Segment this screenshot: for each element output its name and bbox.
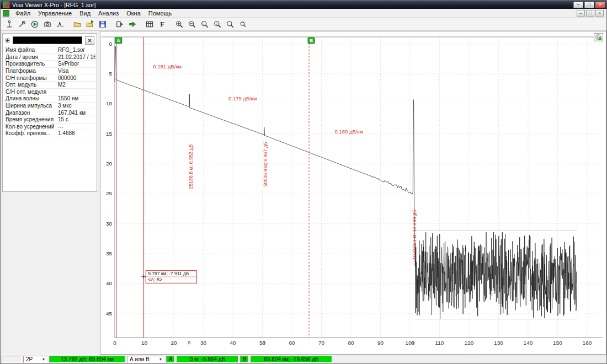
property-value: 21.02.2017 / 16:28 <box>56 53 96 61</box>
toolbar-zoom-width-icon[interactable]: ↔ <box>199 19 211 30</box>
svg-text:70: 70 <box>318 340 325 346</box>
property-label: Опт. модуль <box>4 81 56 88</box>
menu-файл[interactable]: Файл <box>12 10 34 17</box>
svg-text:F: F <box>160 20 164 28</box>
menu-вид[interactable]: Вид <box>76 10 94 17</box>
svg-text:150: 150 <box>553 340 562 346</box>
svg-text:↔: ↔ <box>202 22 206 25</box>
property-row: Имя файлаRFG_1.sor <box>4 47 95 53</box>
toolbar-zoom-in-icon[interactable] <box>173 19 185 30</box>
toolbar-export-icon[interactable] <box>114 19 126 30</box>
svg-text:5: 5 <box>109 71 112 77</box>
toolbar-arrow-right-icon[interactable] <box>126 19 139 30</box>
svg-text:15: 15 <box>106 131 113 137</box>
marker-a-readout: 0 м; -5.864 дБ <box>177 356 238 363</box>
svg-text:10: 10 <box>106 100 113 106</box>
toolbar-zoom-out-icon[interactable] <box>186 19 198 30</box>
measure-mode-select[interactable]: 2P ▾ <box>23 356 47 363</box>
menu-items: ФайлУправлениеВидАнализОкнаПомощь <box>12 9 175 17</box>
property-row: Коэфф. прелом...1.4688 <box>4 130 95 137</box>
chart-area[interactable]: 0102030405060708090100110120130140150160… <box>100 31 606 355</box>
svg-text:A: A <box>117 38 120 43</box>
menu-управление[interactable]: Управление <box>34 10 76 17</box>
window-title: Visa Viewer X-Pro - [RFG_1.sor] <box>12 2 572 8</box>
property-value: RFG_1.sor <box>56 47 96 53</box>
svg-text:30: 30 <box>200 340 207 346</box>
property-row: Диапазон167.041 км <box>4 109 95 116</box>
chart-options-button[interactable] <box>594 33 603 41</box>
property-label: Ширина импульса <box>4 102 56 109</box>
property-label: Платформа <box>4 67 56 74</box>
trace-radio[interactable] <box>5 38 10 43</box>
event-axis-glyph: ∩ <box>187 340 191 345</box>
toolbar-search-icon[interactable] <box>224 19 236 30</box>
toolbar-folder-import-icon[interactable] <box>84 19 96 30</box>
property-value: 1.4688 <box>56 130 96 137</box>
toolbar-save-icon[interactable] <box>97 19 109 30</box>
svg-text:35: 35 <box>106 250 113 256</box>
property-row: Дата / время21.02.2017 / 16:28 <box>4 53 95 61</box>
marker-b-readout: 65.804 км; -19.656 дБ <box>251 356 332 363</box>
close-button[interactable]: × <box>595 2 605 8</box>
app-window: Visa Viewer X-Pro - [RFG_1.sor] – □ × Фа… <box>0 0 607 364</box>
otdr-chart[interactable]: 0102030405060708090100110120130140150160… <box>100 31 606 354</box>
property-label: Длина волны <box>4 95 56 103</box>
property-row: С/Н опт. модуля <box>4 88 95 95</box>
mdi-restore-button[interactable]: □ <box>586 10 594 17</box>
toolbar-play-icon[interactable] <box>29 19 41 30</box>
menu-окна[interactable]: Окна <box>123 10 145 17</box>
event-axis-glyph: ∩ <box>262 340 266 345</box>
svg-text:140: 140 <box>524 340 533 346</box>
svg-text:40: 40 <box>230 340 236 346</box>
property-label: Диапазон <box>4 109 56 116</box>
toolbar-search-small-icon[interactable] <box>237 19 249 30</box>
svg-text:45: 45 <box>106 311 113 317</box>
file-properties-table: Имя файлаRFG_1.sorДата / время21.02.2017… <box>4 47 95 137</box>
event-axis-glyph: ∩ <box>411 340 415 345</box>
marker-select[interactable]: А или В ▾ <box>127 356 164 363</box>
menu-анализ[interactable]: Анализ <box>94 10 123 17</box>
toolbar-font-icon[interactable]: F <box>156 19 168 30</box>
trace-close-button[interactable]: × <box>85 36 94 45</box>
toolbar-folder-open-icon[interactable] <box>71 19 83 30</box>
svg-text:<А; В>: <А; В> <box>148 277 162 282</box>
svg-text:60: 60 <box>289 340 295 346</box>
toolbar-table-icon[interactable] <box>143 19 156 30</box>
chevron-down-icon: ▾ <box>159 357 162 362</box>
maximize-button[interactable]: □ <box>584 2 594 8</box>
toolbar-zoom-height-icon[interactable]: ↕ <box>211 19 223 30</box>
globe-icon <box>595 34 602 41</box>
svg-text:130: 130 <box>494 340 503 346</box>
toolbar: F↔↕ <box>1 18 606 31</box>
marker-select-value: А или В <box>130 356 150 362</box>
property-row: Ширина импульса3 мкс <box>4 102 95 109</box>
property-row: Время усреднения15 с <box>4 116 95 123</box>
property-label: Время усреднения <box>4 116 56 123</box>
toolbar-camera-icon[interactable] <box>41 19 54 30</box>
mdi-controls: – □ × <box>577 10 605 17</box>
mdi-minimize-button[interactable]: – <box>577 10 585 17</box>
property-label: Имя файла <box>4 47 56 53</box>
trace-selector-row: × <box>4 35 95 46</box>
toolbar-probe-icon[interactable] <box>3 19 15 30</box>
slope-annotation: 0.179 дБ/км <box>228 95 257 101</box>
property-label: Дата / время <box>4 53 56 61</box>
property-value: SvPribor <box>56 61 96 68</box>
slope-annotation: 0.181 дБ/км <box>153 63 182 69</box>
svg-text:110: 110 <box>435 340 444 346</box>
property-row: ПлатформаVisa <box>4 67 95 74</box>
menu-помощь[interactable]: Помощь <box>145 10 176 17</box>
main-area: × Имя файлаRFG_1.sorДата / время21.02.20… <box>1 31 606 355</box>
property-label: С/Н платформы <box>4 74 56 82</box>
svg-text:160: 160 <box>583 340 592 346</box>
marker-a-badge: A <box>166 356 175 363</box>
minimize-button[interactable]: – <box>573 2 583 8</box>
mdi-close-button[interactable]: × <box>595 10 604 17</box>
trace-color-swatch[interactable] <box>13 36 82 44</box>
toolbar-wrench-icon[interactable] <box>16 19 28 30</box>
property-label: Кол-во усреднений <box>4 123 56 130</box>
svg-text:30: 30 <box>106 221 113 227</box>
toolbar-pulse-icon[interactable] <box>54 19 66 30</box>
property-row: Кол-во усреднений--- <box>4 123 95 130</box>
svg-text:20: 20 <box>106 160 113 167</box>
